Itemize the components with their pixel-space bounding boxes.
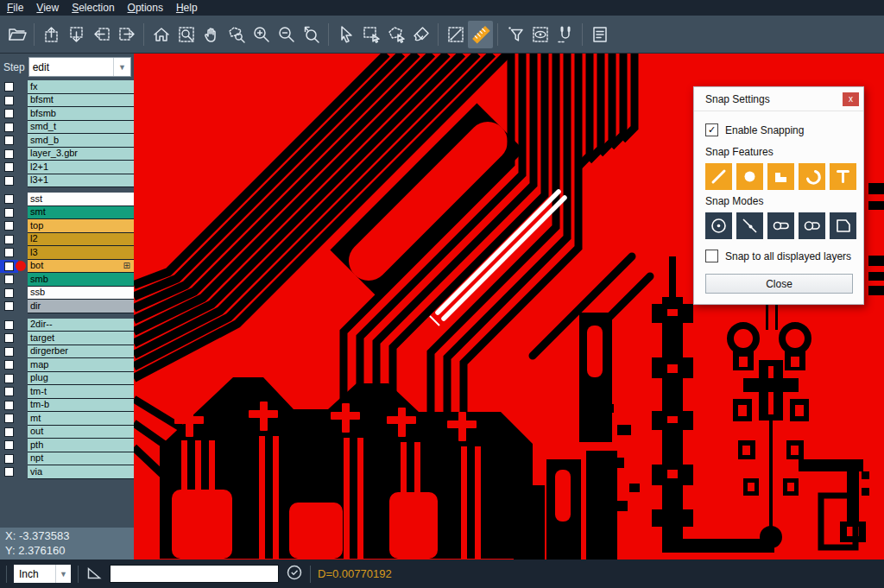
- snap-magnet-icon[interactable]: [552, 21, 578, 48]
- measure-input[interactable]: [110, 565, 279, 583]
- open-project-icon[interactable]: [4, 21, 29, 48]
- layer-label-map[interactable]: map: [28, 358, 134, 372]
- layer-visibility-checkbox[interactable]: [0, 385, 18, 399]
- menu-options[interactable]: Options: [128, 2, 163, 14]
- layer-visibility-checkbox[interactable]: [0, 300, 18, 313]
- pan-hand-icon[interactable]: [199, 21, 224, 48]
- scroll-right-icon[interactable]: [114, 21, 139, 48]
- clear-selection-icon[interactable]: [408, 21, 433, 48]
- layer-label-bot[interactable]: bot⊞: [28, 260, 134, 274]
- layer-visibility-checkbox[interactable]: [0, 121, 18, 135]
- measure-distance-icon[interactable]: [443, 21, 468, 48]
- layer-visibility-checkbox[interactable]: [0, 174, 18, 188]
- layer-label-2dir--[interactable]: 2dir--: [28, 319, 134, 332]
- filter-icon[interactable]: [502, 21, 527, 48]
- layer-label-smd_b[interactable]: smd_b: [28, 134, 134, 148]
- layer-label-smd_t[interactable]: smd_t: [28, 121, 134, 135]
- select-arrow-icon[interactable]: [333, 21, 358, 48]
- layer-label-via[interactable]: via: [28, 465, 134, 479]
- layer-label-mt[interactable]: mt: [28, 412, 134, 426]
- zoom-out-icon[interactable]: [274, 21, 299, 48]
- layer-label-npt[interactable]: npt: [28, 452, 134, 466]
- layer-label-dirgerber[interactable]: dirgerber: [28, 345, 134, 359]
- layer-label-layer_3.gbr[interactable]: layer_3.gbr: [28, 148, 134, 161]
- snap-feature-line-button[interactable]: [705, 163, 732, 190]
- menu-help[interactable]: Help: [176, 2, 198, 14]
- snap-feature-text-button[interactable]: [830, 163, 856, 190]
- step-select[interactable]: edit ▼: [28, 57, 131, 77]
- layer-label-l3[interactable]: l3: [28, 246, 134, 260]
- layer-visibility-checkbox[interactable]: [0, 319, 18, 332]
- snap-feature-pad-button[interactable]: [736, 163, 763, 190]
- apply-check-icon[interactable]: [286, 564, 303, 585]
- layer-visibility-checkbox[interactable]: [0, 332, 18, 345]
- layer-visibility-checkbox[interactable]: [0, 465, 18, 479]
- layer-visibility-checkbox[interactable]: [0, 273, 18, 287]
- zoom-polygon-icon[interactable]: [224, 21, 249, 48]
- snap-all-layers-checkbox[interactable]: [705, 250, 718, 262]
- layer-label-l2[interactable]: l2: [28, 233, 134, 247]
- layer-label-tm-t[interactable]: tm-t: [28, 385, 134, 399]
- layer-visibility-checkbox[interactable]: [0, 246, 18, 260]
- layer-label-plug[interactable]: plug: [28, 372, 134, 386]
- ruler-icon[interactable]: [468, 21, 493, 48]
- layer-label-tm-b[interactable]: tm-b: [28, 399, 134, 413]
- layer-label-smt[interactable]: smt: [28, 206, 134, 220]
- layer-visibility-checkbox[interactable]: [0, 452, 18, 466]
- snap-mode-closest-point-button[interactable]: [736, 212, 763, 239]
- scroll-left-icon[interactable]: [89, 21, 114, 48]
- layer-visibility-checkbox[interactable]: [0, 412, 18, 426]
- snap-mode-slot-right-button[interactable]: [799, 212, 825, 239]
- layer-visibility-checkbox[interactable]: [0, 94, 18, 108]
- zoom-in-icon[interactable]: [249, 21, 274, 48]
- layer-visibility-checkbox[interactable]: [0, 426, 18, 439]
- zoom-home-icon[interactable]: [148, 21, 174, 48]
- layer-label-pth[interactable]: pth: [28, 439, 134, 452]
- layer-label-bfsmt[interactable]: bfsmt: [28, 94, 134, 108]
- layer-visibility-checkbox[interactable]: [0, 148, 18, 161]
- layer-visibility-checkbox[interactable]: [0, 161, 18, 174]
- menu-file[interactable]: File: [7, 2, 23, 14]
- layer-label-out[interactable]: out: [28, 426, 134, 439]
- layer-visibility-checkbox[interactable]: [0, 399, 18, 413]
- view-selection-icon[interactable]: [527, 21, 552, 48]
- layer-label-l2+1[interactable]: l2+1: [28, 161, 134, 174]
- layer-label-l3+1[interactable]: l3+1: [28, 174, 134, 188]
- layer-visibility-checkbox[interactable]: [0, 233, 18, 247]
- layer-label-fx[interactable]: fx: [28, 80, 134, 94]
- layer-label-smb[interactable]: smb: [28, 273, 134, 287]
- unit-select[interactable]: Inch ▼: [14, 565, 71, 583]
- layer-visibility-checkbox[interactable]: [0, 372, 18, 386]
- dialog-close-button[interactable]: Close: [705, 274, 853, 294]
- snap-feature-surface-button[interactable]: [767, 163, 794, 190]
- layer-visibility-checkbox[interactable]: [0, 206, 18, 220]
- snap-mode-contour-button[interactable]: [830, 212, 856, 239]
- layer-visibility-checkbox[interactable]: [0, 134, 18, 148]
- zoom-window-icon[interactable]: [174, 21, 199, 48]
- select-polygon-icon[interactable]: [383, 21, 408, 48]
- layer-label-top[interactable]: top: [28, 219, 134, 233]
- layer-label-sst[interactable]: sst: [28, 193, 134, 206]
- layer-visibility-checkbox[interactable]: [0, 219, 18, 233]
- layer-label-target[interactable]: target: [28, 332, 134, 345]
- snap-feature-arc-button[interactable]: [799, 163, 825, 190]
- snap-mode-center-button[interactable]: [705, 212, 732, 239]
- zoom-previous-icon[interactable]: [299, 21, 324, 48]
- layer-visibility-checkbox[interactable]: [0, 287, 18, 300]
- menu-selection[interactable]: Selection: [72, 2, 114, 14]
- snap-mode-slot-left-button[interactable]: [767, 212, 794, 239]
- pcb-canvas[interactable]: Snap Settings x ✓ Enable Snapping Snap F…: [134, 54, 884, 560]
- layer-visibility-checkbox[interactable]: [0, 345, 18, 359]
- enable-snapping-checkbox[interactable]: ✓: [705, 123, 718, 136]
- layer-label-dir[interactable]: dir: [28, 300, 134, 313]
- scroll-up-icon[interactable]: [39, 21, 64, 48]
- dialog-titlebar[interactable]: Snap Settings x: [694, 87, 863, 111]
- layer-visibility-checkbox[interactable]: [0, 439, 18, 452]
- layer-visibility-checkbox[interactable]: [0, 193, 18, 206]
- scroll-down-icon[interactable]: [64, 21, 89, 48]
- layer-label-bfsmb[interactable]: bfsmb: [28, 107, 134, 121]
- report-icon[interactable]: [587, 21, 612, 48]
- layer-visibility-checkbox[interactable]: [0, 107, 18, 121]
- layer-visibility-checkbox[interactable]: [0, 358, 18, 372]
- layer-visibility-checkbox[interactable]: [0, 80, 18, 94]
